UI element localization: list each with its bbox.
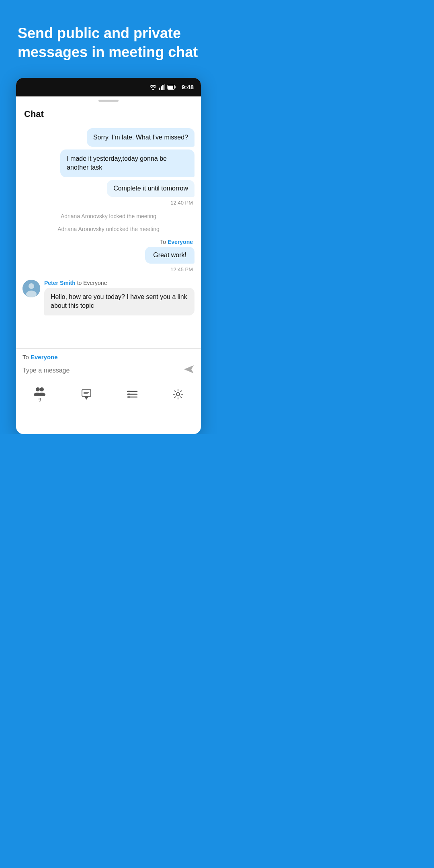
phone-frame: 9:48 Chat Sorry, I'm late. What I've mis…: [16, 78, 201, 434]
svg-marker-10: [184, 365, 194, 373]
system-locked: Adriana Aronovsky locked the meeting: [23, 211, 194, 222]
svg-marker-19: [85, 397, 88, 399]
svg-point-8: [29, 283, 34, 289]
drag-handle: [16, 96, 201, 103]
battery-icon: [167, 85, 176, 90]
system-unlocked: Adriana Aronovsky unlocked the meeting: [23, 223, 194, 235]
chat-messages: Sorry, I'm late. What I've missed? I mad…: [16, 123, 201, 348]
timestamp-1240: 12:40 PM: [170, 200, 194, 206]
chat-header: Chat: [16, 103, 201, 123]
svg-point-11: [36, 387, 40, 391]
input-area: To Everyone: [16, 349, 201, 380]
timestamp-1245: 12:45 PM: [170, 266, 194, 272]
bubble-yesterday: I made it yesterday,today gonna be anoth…: [60, 149, 194, 177]
participants-badge: 9: [39, 397, 41, 403]
to-label-input: To: [23, 354, 31, 360]
sender-row: Peter Smith to Everyone: [44, 280, 194, 286]
wifi-icon: [149, 84, 157, 90]
svg-rect-2: [161, 86, 162, 90]
svg-point-24: [128, 393, 130, 395]
nav-more[interactable]: [127, 389, 138, 400]
peter-avatar-svg: [23, 280, 40, 297]
svg-point-0: [152, 89, 154, 90]
send-button[interactable]: [183, 364, 194, 377]
svg-rect-4: [164, 84, 165, 90]
everyone-link-1[interactable]: Everyone: [168, 239, 193, 245]
bubble-complete: Complete it until tomorrow: [107, 180, 194, 197]
svg-rect-6: [168, 86, 173, 89]
svg-rect-3: [162, 85, 164, 90]
participants-icon: [33, 386, 46, 396]
sender-name: Peter Smith: [44, 280, 76, 286]
nav-chat[interactable]: [81, 389, 92, 400]
avatar-img: [23, 280, 40, 297]
status-time: 9:48: [182, 84, 194, 90]
more-icon: [127, 389, 138, 400]
svg-rect-1: [159, 88, 160, 90]
bottom-nav: 9: [16, 380, 201, 410]
drag-handle-bar: [98, 100, 119, 102]
svg-point-26: [176, 393, 180, 396]
hero-title: Send public and private messages in meet…: [0, 0, 217, 78]
to-everyone-row: To Everyone: [23, 239, 194, 245]
nav-settings[interactable]: [172, 389, 184, 400]
incoming-peter: Peter Smith to Everyone Hello, how are y…: [23, 280, 194, 315]
bubble-incoming: Hello, how are you today? I have sent yo…: [44, 288, 194, 315]
incoming-content: Peter Smith to Everyone Hello, how are y…: [44, 280, 194, 315]
svg-point-25: [128, 396, 130, 398]
settings-icon: [172, 389, 184, 400]
peter-avatar: [23, 280, 40, 297]
to-label-1: To: [160, 239, 166, 245]
sender-to: to Everyone: [77, 280, 107, 286]
chat-icon: [81, 389, 92, 400]
to-row: To Everyone: [23, 354, 194, 360]
svg-rect-16: [82, 390, 91, 396]
bubble-sorry: Sorry, I'm late. What I've missed?: [87, 128, 194, 147]
signal-icon: [159, 84, 165, 90]
message-input-row: [23, 364, 194, 377]
everyone-link-input[interactable]: Everyone: [31, 354, 58, 360]
svg-point-23: [128, 391, 130, 392]
status-icons: [149, 84, 176, 90]
message-input[interactable]: [23, 367, 179, 374]
chat-title: Chat: [24, 109, 193, 119]
status-bar: 9:48: [16, 78, 201, 96]
bubble-great-work: Great work!: [145, 247, 194, 264]
nav-participants[interactable]: 9: [33, 386, 46, 403]
send-icon: [183, 364, 194, 374]
svg-point-12: [40, 387, 44, 391]
